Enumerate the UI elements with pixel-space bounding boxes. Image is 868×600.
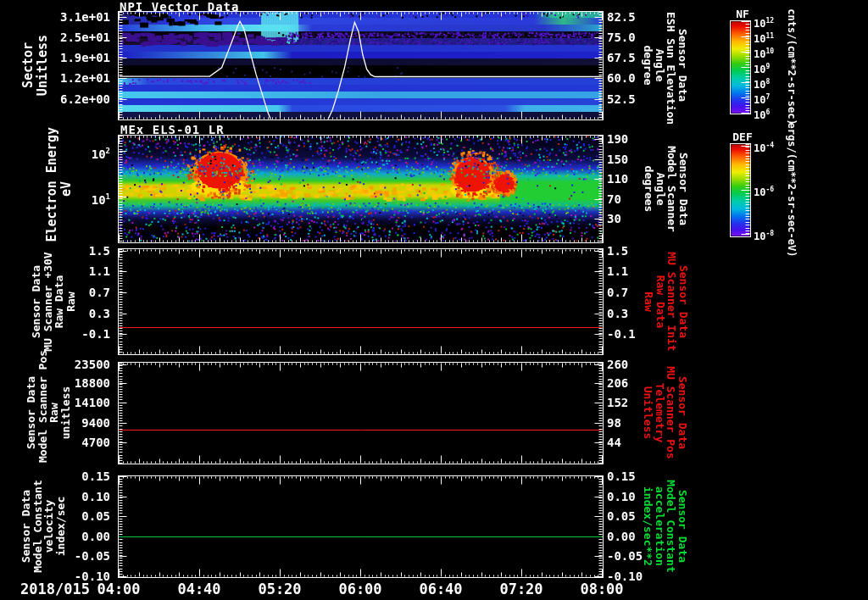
- colorbar-nf-unit-label: cnts/(cm**2-sr-sec): [786, 0, 798, 135]
- colorbar-tick-label: 1011: [754, 31, 774, 42]
- panel-title-els: MEx ELS-01 LR: [120, 123, 225, 136]
- x-axis-date-label: 2018/015: [7, 581, 90, 597]
- colorbar-tick-label: 10-4: [754, 140, 774, 152]
- colorbar-tick-label: 109: [754, 61, 770, 73]
- axis-label-right: Sensor DataModel Constantaccelerationind…: [643, 476, 688, 576]
- y-tick-label-left: 3.1e+01: [0, 10, 110, 24]
- colorbar-tick-label: 10-8: [754, 228, 774, 240]
- x-tick-label: 05:20: [242, 581, 318, 597]
- axis-label-left: Electron EnergyeV: [44, 136, 73, 242]
- y-tick-label-left: 6.2e+00: [0, 92, 110, 106]
- axes-overlay-canvas: [0, 0, 868, 600]
- colorbar-tick-label: 106: [754, 107, 770, 119]
- colorbar-tick-label: 1012: [754, 15, 774, 27]
- axis-label-left: Sensor DataMU Scanner +30VRaw DataRaw: [30, 249, 75, 353]
- axis-label-right: Sensor DataESH Sun ElevationAngledegree: [643, 12, 688, 119]
- x-tick-label: 04:40: [161, 581, 237, 597]
- x-tick-label: 04:00: [81, 581, 157, 597]
- axis-label-left: Sensor DataModel Constantvelocityindex/s…: [20, 476, 66, 576]
- colorbar-tick-label: 107: [754, 92, 770, 103]
- y-tick-label-left: 1.2e+01: [0, 71, 110, 85]
- colorbar-tick-label: 108: [754, 76, 770, 88]
- axis-label-right: Sensor DataMU Scanner PosTelemetryUnitle…: [643, 363, 688, 463]
- colorbar-tick-label: 10-6: [754, 184, 774, 196]
- x-tick-label: 06:00: [322, 581, 398, 597]
- axis-label-right: Sensor DataModel ScannerAngledegrees: [643, 136, 688, 242]
- x-tick-label: 08:00: [564, 581, 640, 597]
- colorbar-def-unit-label: ergs/(cm**2-sr-sec-eV): [786, 122, 798, 258]
- colorbar-tick-label: 1010: [754, 46, 774, 58]
- plot-screen: NPI Vector Data MEx ELS-01 LR 2018/015 N…: [0, 0, 868, 600]
- panel-title-npi: NPI Vector Data: [120, 0, 239, 14]
- y-tick-label-left: 2.5e+01: [0, 31, 110, 44]
- y-tick-label-left: 1.9e+01: [0, 51, 110, 64]
- axis-label-left: Sensor DataModel Scanner PosRawunitless: [25, 363, 71, 463]
- x-tick-label: 07:20: [483, 581, 559, 597]
- x-tick-label: 06:40: [403, 581, 479, 597]
- axis-label-left: SectorUnitless: [21, 12, 50, 119]
- axis-label-right: Sensor DataMU Scanner InitRaw DataRaw: [643, 249, 688, 353]
